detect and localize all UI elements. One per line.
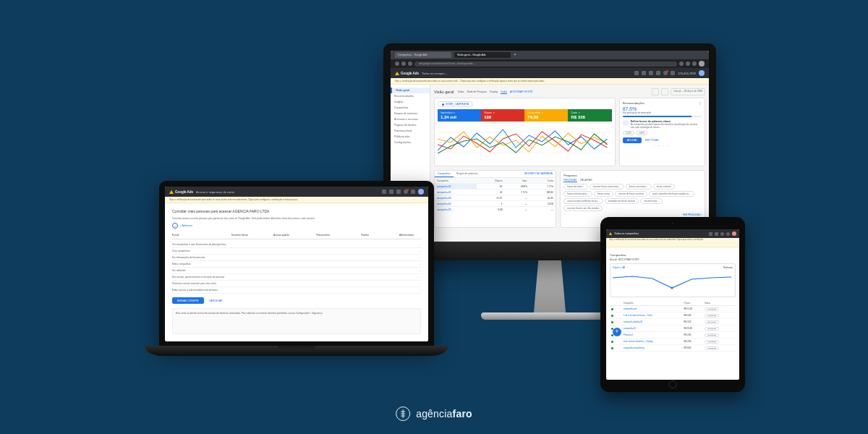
sidebar-item[interactable]: Configurações [391, 140, 430, 145]
search-term-chip[interactable]: qual o tamanho das frases usadas na… [649, 191, 694, 197]
carousel-dots[interactable]: • • • • [623, 145, 702, 148]
bell-icon[interactable] [404, 190, 408, 194]
sidebar-item[interactable]: Públicos-alvo [391, 134, 430, 140]
table-row[interactable]: campanha-050,38—— [435, 207, 556, 213]
metric-card[interactable]: Custo médio79,00 [524, 109, 568, 122]
help-icon[interactable] [726, 232, 730, 236]
campaign-chip[interactable]: NOME_CAMPANHA [438, 101, 473, 107]
search-term-chip[interactable]: escreve frases como texto… [590, 184, 624, 190]
user-avatar-icon[interactable] [732, 231, 736, 236]
breadcrumb[interactable]: Acesso e segurança da conta [196, 190, 234, 194]
search-term-chip[interactable]: frases criativas [653, 184, 675, 190]
date-range-picker[interactable]: 1 de jul. – 31 de jul. de 2023 [671, 88, 705, 95]
cancel-button[interactable]: CANCELAR [209, 299, 223, 302]
permission-row[interactable]: Dar acesso, gerenciamento e remoção de p… [172, 274, 421, 281]
notice-banner[interactable]: Veja: a verificação de anunciante para t… [391, 78, 709, 85]
browser-tabstrip[interactable]: Campanhas – Google Ads Visão geral – Goo… [391, 51, 709, 59]
table-row[interactable]: campanha-02R$ 10,00Qualificada [610, 326, 736, 332]
search-term-chip[interactable]: exemplos de frases anúncio [605, 198, 639, 204]
nav-back-icon[interactable] [395, 61, 399, 66]
reports-icon[interactable] [642, 71, 646, 75]
apply-button[interactable]: APLICAR [623, 137, 642, 143]
sidebar-item[interactable]: Anúncios e recursos [391, 116, 430, 122]
view-all-link[interactable]: VER TODAS [645, 139, 659, 142]
header-title[interactable]: Todas as campanhas [614, 232, 639, 235]
bell-icon[interactable] [720, 232, 724, 236]
table-row[interactable]: campanha-display-01R$ 3,50Em análise [610, 319, 736, 326]
metric-card[interactable]: Cliques198 [481, 109, 524, 122]
add-campaign-fab[interactable]: + [613, 328, 621, 336]
permission-row[interactable]: Criar campanhas⌄ [172, 248, 421, 255]
permission-row[interactable]: Editar campanhas⌄ [172, 261, 421, 268]
account-crumb[interactable]: Todas as campan… [422, 72, 447, 75]
google-ads-logo[interactable]: Google Ads [169, 190, 193, 194]
table-row[interactable]: 1 de 1 da rede de busca – TesteR$ 5,00Qu… [610, 312, 736, 319]
sidebar-item[interactable]: Campanhas [391, 105, 430, 111]
table-tabs[interactable]: Campanhas Grupos de anúncios RESUMO DA C… [435, 171, 556, 178]
search-term-chip[interactable]: escrever frases com três versões [563, 205, 603, 211]
table-row[interactable]: Pesquisa 1R$ 2,00Qualificada [610, 332, 736, 339]
nav-fwd-icon[interactable] [401, 61, 406, 66]
view-controls[interactable]: 1 de jul. – 31 de jul. de 2023 [652, 88, 705, 95]
search-term-chip[interactable]: frases criativas para… [563, 191, 592, 197]
search-term-chip[interactable]: frases curtas [594, 191, 613, 197]
browser-tab[interactable]: Campanhas – Google Ads [395, 52, 451, 58]
sidebar-item[interactable]: Grupos de anúncios [391, 111, 430, 116]
filter-icon[interactable] [715, 232, 718, 236]
table-row[interactable]: teste anúncio dinâmico – DisplayR$ 2,00Q… [610, 339, 736, 345]
refresh-icon[interactable] [656, 71, 660, 75]
search-icon[interactable] [709, 232, 712, 236]
metric-card[interactable]: Impressões1,34 mil [438, 109, 481, 122]
permission-row[interactable]: Ver relatórios⌄ [172, 268, 421, 274]
extension-icon[interactable] [679, 61, 684, 66]
google-ads-logo[interactable]: Google Ads [395, 72, 419, 75]
table-row[interactable]: campanha-remarketingR$ 8,00Qualificada [610, 345, 736, 352]
new-tab-button[interactable]: + [514, 52, 516, 58]
browser-tab-active[interactable]: Visão geral – Google Ads [454, 52, 511, 58]
user-avatar-icon[interactable] [418, 189, 424, 195]
permission-row[interactable]: Ver campanhas e usar ferramentas de plan… [172, 242, 421, 248]
search-term-chip[interactable]: escreve frase… [640, 198, 663, 204]
table-row[interactable]: campanha-0352,97—64,45 [435, 195, 556, 201]
user-avatar-icon[interactable] [699, 70, 705, 76]
sidebar-item[interactable]: Palavras-chave [391, 128, 430, 134]
more-icon[interactable]: ⋮ [699, 101, 702, 105]
help-icon[interactable] [411, 190, 415, 194]
campaigns-table[interactable]: CampanhaOrçam.Statuscampanha-siteR$ 15,0… [610, 300, 736, 352]
google-ads-logo[interactable] [609, 232, 612, 235]
extension-icon[interactable] [692, 61, 697, 66]
help-icon[interactable] [671, 71, 675, 75]
home-button[interactable] [669, 380, 677, 388]
tools-icon[interactable] [396, 190, 401, 194]
search-term-chip[interactable]: resumo de frases criativas [615, 191, 647, 197]
search-tabs[interactable]: PESQUISAS PALAVRAS [563, 179, 702, 182]
address-bar[interactable]: ads.google.com/aw/overview?ocid=...&work… [414, 61, 677, 67]
bell-icon[interactable] [663, 71, 668, 75]
metric-scorecards[interactable]: Impressões1,34 milCliques198Custo médio7… [438, 109, 612, 122]
permission-row[interactable]: Editar acesso a administradores de pesso… [172, 287, 421, 294]
search-icon[interactable] [382, 190, 386, 194]
table-row[interactable]: campanha-02427,71%180,45 [435, 190, 556, 195]
sidebar-item[interactable]: Insights [391, 99, 430, 105]
table-row[interactable]: campanha-siteR$ 15,00Qualificada [610, 306, 736, 312]
nav-reload-icon[interactable] [408, 61, 412, 66]
table-row[interactable]: campanha-041—10,58 [435, 201, 556, 207]
extension-icon[interactable] [686, 61, 690, 66]
view-searches-link[interactable]: VER PESQUISAS › [563, 213, 702, 216]
scope-tabs[interactable]: Todas Rede de Pesquisa Display Todos ADI… [457, 90, 535, 93]
download-icon[interactable] [652, 88, 659, 95]
send-invite-button[interactable]: ENVIAR CONVITE [172, 297, 204, 304]
search-term-chip[interactable]: frases de maior… [563, 184, 588, 190]
search-term-chip[interactable]: frases com maior… [626, 184, 652, 190]
add-user-link[interactable]: + + Adicionar [172, 223, 421, 229]
notice-banner[interactable]: Veja: a verificação de anunciante para t… [165, 197, 428, 203]
sidebar-item[interactable]: Visão geral [391, 88, 430, 93]
metric-card[interactable]: CustoR$ 328 [568, 109, 611, 122]
permission-row[interactable]: Gerenciar acesso somente para esta conta… [172, 281, 421, 287]
tools-icon[interactable] [649, 71, 653, 75]
notice-banner[interactable]: Veja: a verificação de anunciante para t… [606, 238, 739, 247]
reports-icon[interactable] [389, 190, 393, 194]
sidebar-item[interactable]: Recomendações [391, 93, 430, 99]
permission-row[interactable]: Ver informações de faturamento⌄ [172, 255, 421, 261]
table-row[interactable]: campanha-018266,8%7,71% [435, 184, 556, 190]
